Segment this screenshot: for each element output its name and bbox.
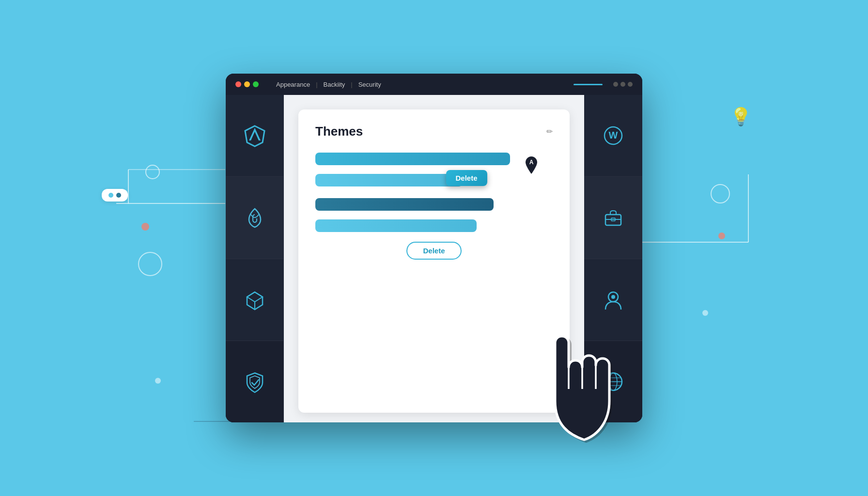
edit-icon[interactable]: ✏ bbox=[546, 127, 553, 136]
conn-dot-2 bbox=[116, 193, 121, 198]
conn-dot-1 bbox=[108, 193, 113, 198]
theme-item-4 bbox=[315, 219, 553, 232]
svg-marker-9 bbox=[247, 292, 263, 302]
sidebar-cell-shield bbox=[226, 341, 284, 422]
sidebar-cell-briefcase bbox=[584, 176, 642, 258]
deco-dot-1 bbox=[141, 223, 149, 231]
wordpress-icon: W bbox=[601, 123, 626, 148]
theme-item-2: Delete A bbox=[315, 174, 553, 186]
sidebar-cell-leaf bbox=[226, 176, 284, 258]
theme-bar-2 bbox=[315, 174, 463, 186]
cube-icon bbox=[242, 287, 267, 312]
theme-bar-1 bbox=[315, 153, 510, 165]
svg-point-20 bbox=[611, 295, 615, 299]
deco-circle-2 bbox=[145, 165, 160, 179]
delete-popup-button[interactable]: Delete bbox=[446, 170, 487, 186]
sidebar-left bbox=[226, 95, 284, 422]
sidebar-cell-wordpress: W bbox=[584, 95, 642, 176]
browser-window: Appearance | Backiity | Security bbox=[226, 74, 642, 422]
svg-text:A: A bbox=[529, 159, 534, 166]
nav-bar: Appearance | Backiity | Security bbox=[270, 81, 570, 88]
traffic-lights bbox=[235, 81, 259, 87]
nav-bar-indicator bbox=[574, 84, 603, 85]
themes-header: Themes ✏ bbox=[315, 124, 553, 139]
angular-icon bbox=[242, 123, 267, 148]
menu-dot-3 bbox=[628, 82, 633, 87]
sidebar-cell-angular bbox=[226, 95, 284, 176]
svg-marker-7 bbox=[249, 128, 261, 140]
theme-bar-3 bbox=[315, 198, 494, 211]
deco-dot-2 bbox=[155, 378, 161, 384]
theme-bar-4 bbox=[315, 219, 477, 232]
sidebar-cell-cube bbox=[226, 259, 284, 341]
nav-security[interactable]: Security bbox=[353, 81, 387, 88]
briefcase-icon bbox=[601, 205, 626, 230]
minimize-button[interactable] bbox=[244, 81, 250, 87]
themes-card: Themes ✏ Delete bbox=[298, 109, 570, 413]
sidebar-right: W bbox=[584, 95, 642, 422]
sidebar-cell-user bbox=[584, 259, 642, 341]
theme-item-1 bbox=[315, 153, 553, 165]
svg-text:W: W bbox=[609, 130, 618, 140]
deco-dot-4 bbox=[702, 310, 708, 316]
deco-circle-3 bbox=[711, 184, 730, 203]
user-icon bbox=[601, 287, 626, 312]
title-bar: Appearance | Backiity | Security bbox=[226, 74, 642, 95]
shield-left-icon bbox=[242, 369, 267, 394]
themes-title: Themes bbox=[315, 124, 363, 139]
location-pin-svg: A bbox=[524, 155, 539, 175]
close-button[interactable] bbox=[235, 81, 241, 87]
browser-content: Themes ✏ Delete bbox=[226, 95, 642, 422]
nav-appearance[interactable]: Appearance bbox=[270, 81, 316, 88]
window-controls-right bbox=[613, 82, 633, 87]
theme-list: Delete A bbox=[315, 153, 553, 232]
globe-icon bbox=[601, 369, 626, 394]
nav-backiity[interactable]: Backiity bbox=[318, 81, 351, 88]
menu-dot-2 bbox=[620, 82, 625, 87]
sidebar-cell-globe bbox=[584, 341, 642, 422]
nav-bar-right bbox=[574, 84, 603, 85]
delete-button[interactable]: Delete bbox=[406, 242, 461, 260]
theme-item-3 bbox=[315, 198, 553, 211]
lightbulb-icon: 💡 bbox=[730, 107, 752, 127]
deco-dot-3 bbox=[718, 232, 725, 239]
maximize-button[interactable] bbox=[253, 81, 259, 87]
location-pin: A bbox=[524, 155, 539, 177]
bottom-delete-area: Delete bbox=[315, 242, 553, 260]
connection-box bbox=[102, 189, 128, 202]
main-panel: Themes ✏ Delete bbox=[284, 95, 584, 422]
leaf-icon bbox=[242, 205, 267, 230]
menu-dot-1 bbox=[613, 82, 618, 87]
deco-circle-1 bbox=[138, 252, 162, 276]
